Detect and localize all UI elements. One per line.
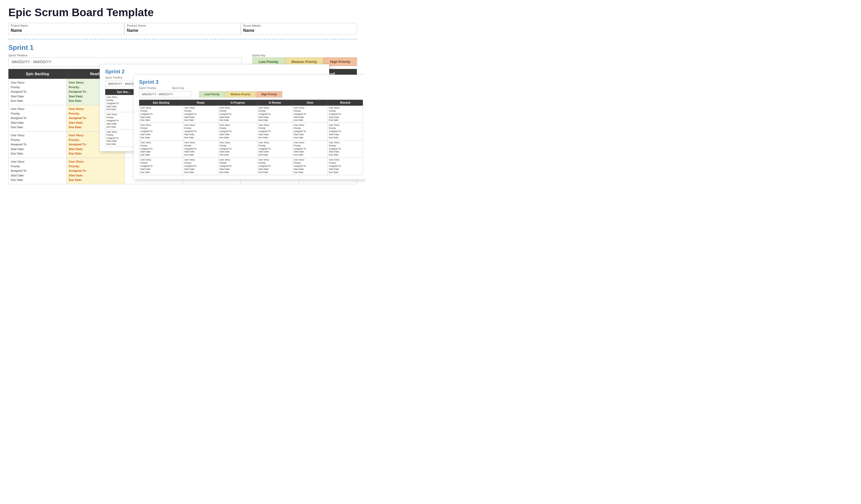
s3-inreview-3[interactable]: User Story:Priority:Assigned To:Start Da… [257, 140, 292, 158]
col-epic-backlog: Epic Backlog [9, 69, 67, 79]
sprint2-timeline-label: Sprint Timeline [105, 76, 122, 79]
s3-ready-4[interactable]: User Story:Priority:Assigned To:Start Da… [183, 158, 218, 175]
s3-blocked-2[interactable]: User Story:Priority:Assigned To:Start Da… [328, 123, 363, 140]
sprint3-title: Sprint 3 [139, 79, 363, 85]
s3-inprogress-1[interactable]: User Story:Priority:Assigned To:Start Da… [218, 106, 257, 123]
project-name-value: Name [9, 27, 124, 35]
story-field: User Story:Priority:Assigned To:Start Da… [11, 160, 65, 182]
s3-col-inreview: In Review [257, 100, 292, 106]
s3-col-ready: Ready [183, 100, 218, 106]
table-row: User Story:Priority:Assigned To:Start Da… [139, 158, 363, 175]
s3-blocked-3[interactable]: User Story:Priority:Assigned To:Start Da… [328, 140, 363, 158]
sprint3-low-priority: Low Priority [199, 91, 225, 98]
s3-col-blocked: Blocked [328, 100, 363, 106]
s3-inprogress-3[interactable]: User Story:Priority:Assigned To:Start Da… [218, 140, 257, 158]
backlog-cell-4[interactable]: User Story:Priority:Assigned To:Start Da… [9, 158, 67, 184]
s3-ready-1[interactable]: User Story:Priority:Assigned To:Start Da… [183, 106, 218, 123]
s3-blocked-4[interactable]: User Story:Priority:Assigned To:Start Da… [328, 158, 363, 175]
s3-backlog-3[interactable]: User Story:Priority:Assigned To:Start Da… [139, 140, 183, 158]
scrum-master-field[interactable]: Scrum Master Name [241, 23, 357, 35]
s3-inprogress-2[interactable]: User Story:Priority:Assigned To:Start Da… [218, 123, 257, 140]
sprint3-meta-row: Sprint Timeline Sprint Key [139, 87, 363, 90]
s3-col-backlog: Epic Backlog [139, 100, 183, 106]
sprint3-medium-priority: Medium Priority [225, 91, 256, 98]
s3-inreview-4[interactable]: User Story:Priority:Assigned To:Start Da… [257, 158, 292, 175]
sprint3-key-col: Sprint Key [172, 87, 184, 90]
ready-cell-4-yellow[interactable]: User Story:Priority:Assigned To:Start Da… [67, 158, 125, 184]
page-title: Epic Scrum Board Template [8, 6, 357, 19]
story-field: User Story:Priority:Assigned To:Start Da… [69, 160, 123, 182]
s3-done-4[interactable]: User Story:Priority:Assigned To:Start Da… [292, 158, 328, 175]
sprint3-timeline-value[interactable]: MM/DD/YY - MM/DD/YY [139, 91, 191, 97]
product-owner-label: Product Owner [125, 23, 240, 27]
sprint3-timeline-label: Sprint Timeline [139, 87, 156, 90]
table-row: User Story:Priority:Assigned To:Start Da… [139, 140, 363, 158]
sprint1-timeline-label: Sprint Timeline [8, 54, 242, 57]
project-name-field[interactable]: Project Name Name [8, 23, 124, 35]
product-owner-field[interactable]: Product Owner Name [124, 23, 241, 35]
sprint3-card: Sprint 3 Sprint Timeline Sprint Key MM/D… [134, 74, 365, 180]
s3-inreview-1[interactable]: User Story:Priority:Assigned To:Start Da… [257, 106, 292, 123]
s3-backlog-1[interactable]: User Story:Priority:Assigned To:Start Da… [139, 106, 183, 123]
scrum-master-value: Name [241, 27, 357, 35]
sprint1-key-label: Sprint Key [252, 54, 357, 57]
s3-done-2[interactable]: User Story:Priority:Assigned To:Start Da… [292, 123, 328, 140]
project-info-row: Project Name Name Product Owner Name Scr… [8, 23, 357, 35]
sprint2-timeline-col: Sprint Timeline [105, 76, 122, 79]
s3-backlog-4[interactable]: User Story:Priority:Assigned To:Start Da… [139, 158, 183, 175]
table-row: User Story:Priority:Assigned To:Start Da… [139, 123, 363, 140]
backlog-cell-3[interactable]: User Story:Priority:Assigned To:Start Da… [9, 131, 67, 158]
story-field: User Story:Priority:Assigned To:Start Da… [11, 107, 65, 130]
s3-blocked-1[interactable]: User Story:Priority:Assigned To:Start Da… [328, 106, 363, 123]
story-field: User Story:Priority:Assigned To:Start Da… [11, 133, 65, 156]
product-owner-value: Name [125, 27, 240, 35]
sprint3-meta: MM/DD/YY - MM/DD/YY Low Priority Medium … [139, 91, 363, 98]
s3-col-inprogress: In Progress [218, 100, 257, 106]
sprint3-header-row: Epic Backlog Ready In Progress In Review… [139, 100, 363, 106]
s3-ready-3[interactable]: User Story:Priority:Assigned To:Start Da… [183, 140, 218, 158]
story-field: User Story:Priority:Assigned To:Start Da… [11, 80, 65, 103]
s3-ready-2[interactable]: User Story:Priority:Assigned To:Start Da… [183, 123, 218, 140]
project-name-label: Project Name [9, 23, 124, 27]
sprint3-key-label: Sprint Key [172, 87, 184, 90]
s3-backlog-2[interactable]: User Story:Priority:Assigned To:Start Da… [139, 123, 183, 140]
scrum-master-label: Scrum Master [241, 23, 357, 27]
sprint3-board-table: Epic Backlog Ready In Progress In Review… [139, 100, 363, 175]
sprint3-timeline-col: Sprint Timeline [139, 87, 156, 90]
backlog-cell-1[interactable]: User Story:Priority:Assigned To:Start Da… [9, 79, 67, 105]
spacer [8, 190, 357, 325]
backlog-cell-2[interactable]: User Story:Priority:Assigned To:Start Da… [9, 105, 67, 131]
sprint3-priority-key: Low Priority Medium Priority High Priori… [199, 91, 282, 98]
sprint1-title: Sprint 1 [8, 44, 357, 52]
s3-done-3[interactable]: User Story:Priority:Assigned To:Start Da… [292, 140, 328, 158]
section-divider [8, 39, 357, 39]
s3-inreview-2[interactable]: User Story:Priority:Assigned To:Start Da… [257, 123, 292, 140]
sprint3-high-priority: High Priority [256, 91, 282, 98]
s3-inprogress-4[interactable]: User Story:Priority:Assigned To:Start Da… [218, 158, 257, 175]
s3-done-1[interactable]: User Story:Priority:Assigned To:Start Da… [292, 106, 328, 123]
s3-col-done: Done [292, 100, 328, 106]
sprint2-title: Sprint 2 [105, 69, 324, 74]
table-row: User Story:Priority:Assigned To:Start Da… [139, 106, 363, 123]
